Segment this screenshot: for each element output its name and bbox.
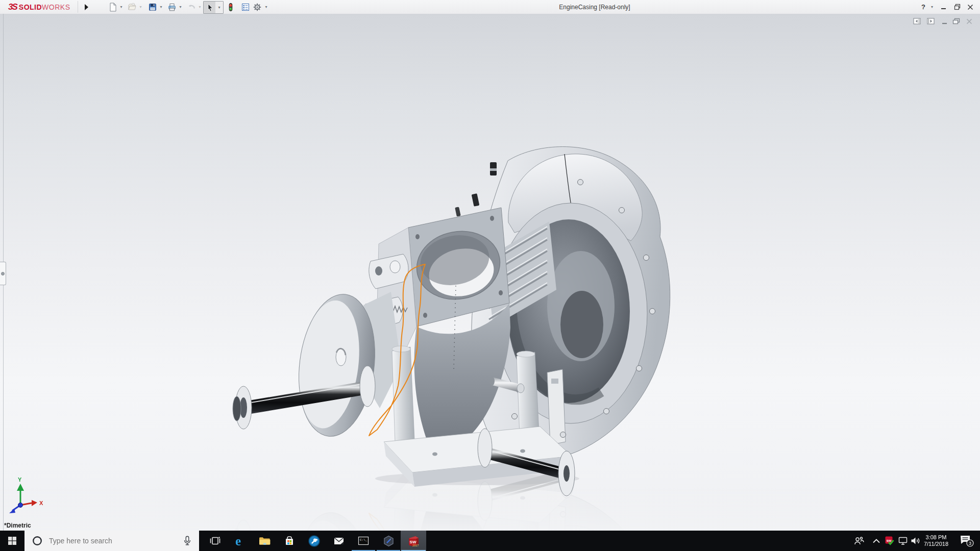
store-bag-icon [283,535,296,547]
svg-text:C:\_: C:\_ [360,538,368,542]
view-orientation-label: *Dimetric [4,522,31,529]
taskbar-command-prompt[interactable]: C:\_ [351,531,376,551]
search-input[interactable] [48,536,182,545]
svg-text:2017: 2017 [412,543,419,546]
select-cursor-icon [205,3,214,12]
pane-right-icon [927,18,935,25]
logo-divider [78,1,78,13]
menu-flyout-button[interactable] [81,1,92,13]
taskbar-store[interactable] [277,531,302,551]
doc-minimize-button[interactable] [939,17,950,26]
undo-button[interactable] [186,1,197,13]
sw-check-icon: sw [885,536,895,546]
tray-solidworks-button[interactable]: sw [884,531,896,551]
options-button[interactable] [252,1,263,13]
gear-icon [253,3,262,12]
properties-list-icon [241,3,250,12]
taskbar-hexagon-app[interactable] [376,531,401,551]
action-center-button[interactable]: 3 [955,531,977,551]
show-left-pane-button[interactable] [912,17,923,26]
wrench-circle-icon [308,535,321,547]
edge-icon: e [233,534,247,547]
svg-text:e: e [235,534,241,547]
open-button[interactable] [127,1,138,13]
doc-minimize-icon [941,18,948,25]
new-document-button[interactable] [107,1,118,13]
help-dropdown[interactable]: ▾ [929,0,935,14]
save-dropdown[interactable]: ▾ [158,1,164,13]
taskbar-tools-app[interactable] [302,531,326,551]
task-view-icon [209,535,221,547]
print-button[interactable] [166,1,178,13]
doc-restore-button[interactable] [950,17,962,26]
window-title: EngineCasing [Read-only] [521,0,669,14]
engine-casing-model[interactable] [233,147,670,496]
undo-dropdown[interactable]: ▾ [197,1,203,13]
help-button[interactable]: ? [919,0,928,14]
doc-close-button[interactable] [964,17,975,26]
splitter-dot-icon [1,272,5,276]
clock-time: 3:08 PM [926,534,947,541]
triad-x-label: X [39,500,43,506]
cortana-circle-icon [32,535,43,546]
feature-manager-splitter-handle[interactable] [0,262,6,285]
minimize-button[interactable] [938,0,949,14]
taskbar-task-view[interactable] [203,531,227,551]
select-tool-button[interactable] [204,2,215,13]
taskbar-mail[interactable] [327,531,351,551]
tray-overflow-button[interactable] [870,531,883,551]
file-properties-button[interactable] [240,1,251,13]
undo-arrow-icon [187,3,196,12]
taskbar-search[interactable] [24,531,199,551]
flyout-arrow-icon [84,4,89,11]
print-dropdown[interactable]: ▾ [178,1,183,13]
mail-envelope-icon [333,535,345,547]
solidworks-window: 3S SOLIDWORKS ▾ ▾ [0,0,980,551]
model-canvas: Y X [0,14,980,531]
people-icon [853,536,865,546]
pane-left-icon [913,18,921,25]
dassault-logo-icon: 3S [8,2,17,12]
printer-icon [167,3,177,12]
restore-icon [954,4,961,10]
tray-clock[interactable]: 3:08 PM 7/11/2018 [920,531,952,551]
open-folder-icon [128,3,137,12]
logo-text-bold: SOLID [19,3,42,11]
svg-text:sw: sw [886,538,891,543]
taskbar-file-explorer[interactable] [252,531,277,551]
reflection-fade [0,487,980,531]
new-dropdown[interactable]: ▾ [118,1,124,13]
title-bar: 3S SOLIDWORKS ▾ ▾ [0,0,980,14]
taskbar-edge[interactable]: e [228,531,252,551]
close-button[interactable] [965,0,976,14]
tray-people-button[interactable] [851,531,867,551]
graphics-area[interactable]: Y X [0,14,980,531]
restore-button[interactable] [951,0,963,14]
folder-icon [258,535,271,547]
select-dropdown[interactable]: ▾ [215,2,223,13]
microphone-icon[interactable] [182,535,193,546]
clock-date: 7/11/2018 [924,541,948,547]
options-dropdown[interactable]: ▾ [263,1,269,13]
solidworks-cube-icon: SW 2017 [407,534,421,548]
chevron-up-icon [872,538,880,544]
start-button[interactable] [0,531,24,551]
open-dropdown[interactable]: ▾ [138,1,143,13]
show-right-pane-button[interactable] [925,17,937,26]
save-button[interactable] [147,1,158,13]
hexagon-needle-icon [382,535,395,547]
save-floppy-icon [148,3,157,12]
network-display-icon [898,536,909,546]
notification-badge: 3 [969,541,971,546]
minimize-icon [941,4,947,10]
doc-restore-icon [952,18,960,25]
rebuild-control-button[interactable] [225,1,236,13]
taskbar-solidworks[interactable]: SW 2017 [401,531,426,551]
action-center-icon: 3 [959,534,974,547]
select-tool-group: ▾ [203,1,224,14]
windows-logo-icon [8,536,17,545]
terminal-icon: C:\_ [357,535,370,547]
solidworks-logo: 3S SOLIDWORKS [8,0,70,14]
doc-close-icon [966,18,973,25]
windows-taskbar: e [0,531,980,551]
